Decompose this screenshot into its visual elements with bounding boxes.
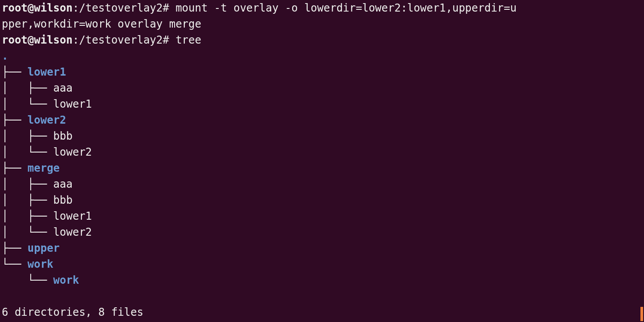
dir-work: work — [28, 258, 53, 270]
tree-branch: │ ├── — [2, 210, 53, 222]
tree-branch: │ ├── — [2, 194, 53, 206]
dir-work-work: work — [53, 274, 79, 286]
prompt-user: root@wilson — [2, 2, 73, 14]
terminal-output[interactable]: root@wilson:/testoverlay2# mount -t over… — [0, 0, 644, 322]
file-merge-bbb: bbb — [53, 194, 73, 206]
prompt-user-2: root@wilson — [2, 34, 73, 46]
file-merge-aaa: aaa — [53, 178, 73, 190]
tree-branch: │ └── — [2, 146, 53, 158]
tree-branch: │ ├── — [2, 178, 53, 190]
dir-lower2: lower2 — [28, 114, 66, 126]
file-lower1-aaa: aaa — [53, 82, 73, 94]
dir-upper: upper — [28, 242, 60, 254]
tree-branch: │ └── — [2, 98, 53, 110]
file-merge-lower1: lower1 — [53, 210, 92, 222]
tree-branch: └── — [2, 274, 53, 286]
dir-lower1: lower1 — [28, 66, 66, 78]
cmd-mount-line1: mount -t overlay -o lowerdir=lower2:lowe… — [175, 2, 517, 14]
file-lower2-bbb: bbb — [53, 130, 73, 142]
tree-summary: 6 directories, 8 files — [2, 306, 143, 318]
scrollbar-thumb[interactable] — [640, 307, 643, 321]
tree-branch: ├── — [2, 114, 28, 126]
tree-branch: ├── — [2, 242, 28, 254]
tree-branch: │ └── — [2, 226, 53, 238]
tree-branch: ├── — [2, 66, 28, 78]
prompt-path-2: :/testoverlay2# — [73, 34, 175, 46]
dir-merge: merge — [28, 162, 60, 174]
file-lower2-lower2: lower2 — [53, 146, 92, 158]
file-lower1-lower1: lower1 — [53, 98, 92, 110]
tree-branch: └── — [2, 258, 28, 270]
tree-branch: │ ├── — [2, 130, 53, 142]
tree-branch: ├── — [2, 162, 28, 174]
tree-branch: │ ├── — [2, 82, 53, 94]
cmd-tree: tree — [175, 34, 201, 46]
prompt-path: :/testoverlay2# — [73, 2, 175, 14]
file-merge-lower2: lower2 — [53, 226, 92, 238]
tree-root-dot: . — [2, 50, 8, 62]
cmd-mount-line2: pper,workdir=work overlay merge — [2, 18, 201, 30]
